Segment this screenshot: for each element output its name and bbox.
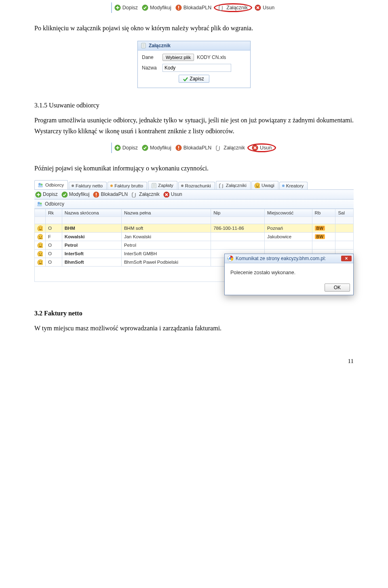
cell-rk: O	[46, 249, 62, 258]
action-zalacznik[interactable]: Załącznik	[131, 191, 160, 197]
users-icon	[37, 182, 44, 188]
tab-uwagi[interactable]: Uwagi	[251, 181, 278, 189]
tab-kreatory-label: Kreatory	[286, 183, 304, 188]
tab-faktury-brutto-label: Faktury brutto	[114, 183, 143, 188]
col-rk: Rk	[46, 209, 62, 216]
plus-icon	[114, 145, 121, 151]
tab-faktury-netto-label: Faktury netto	[76, 183, 103, 188]
table-row[interactable]: OBHMBHM soft786-100-11-86PoznańBW	[35, 224, 354, 232]
app-screenshot: Odbiorcy Faktury netto Faktury brutto Za…	[34, 179, 354, 295]
tab-rozrachunki[interactable]: Rozrachunki	[178, 182, 215, 189]
cell-rb: BW	[312, 232, 335, 241]
cell-rk: O	[46, 241, 62, 249]
zalacznik-dialog: Załącznik Dane Wybierz plik KODY CN.xls …	[137, 41, 251, 88]
cell-miejscowosc: Poznań	[265, 224, 312, 232]
table-row[interactable]: FKowalskiJan KowalskiJakubowiceBW	[35, 232, 354, 241]
row-icon	[35, 249, 46, 258]
alert-title-text: Komunikat ze strony eakcyzy.bhm.com.pl:	[236, 256, 326, 261]
row-icon	[35, 232, 46, 241]
bang-icon	[175, 145, 182, 151]
action-zalacznik-label: Załącznik	[139, 191, 160, 197]
toolbar-mid-zalacznik-label: Załącznik	[224, 145, 245, 151]
x-icon	[252, 145, 258, 151]
toolbar-top-zalacznik[interactable]: Załącznik	[218, 4, 248, 11]
alert-close-button[interactable]: ×	[341, 256, 352, 261]
cell-nip	[211, 241, 265, 249]
toolbar-mid-blokada[interactable]: BlokadaPLN	[175, 145, 212, 151]
tab-faktury-brutto[interactable]: Faktury brutto	[108, 182, 147, 189]
action-modyfikuj[interactable]: Modyfikuj	[61, 191, 90, 197]
cell-nazwa-skr: Kowalski	[62, 232, 121, 241]
page-icon	[151, 183, 156, 188]
toolbar-top-usun-label: Usun	[263, 5, 274, 10]
table-header-row: Rk Nazwa skrócona Nazwa pełna Nip Miejsc…	[35, 209, 354, 216]
nazwa-input[interactable]	[162, 64, 231, 72]
bang-icon	[93, 191, 99, 197]
table-filter-row[interactable]	[35, 216, 354, 224]
check-icon	[142, 145, 148, 151]
col-nazwa-pelna: Nazwa pełna	[121, 209, 211, 216]
tab-zaplaty-label: Zapłaty	[158, 183, 173, 188]
cell-rb: BW	[312, 224, 335, 232]
toolbar-top-dopisz[interactable]: Dopisz	[114, 4, 138, 11]
action-blokada[interactable]: BlokadaPLN	[93, 191, 128, 197]
col-miejscowosc: Miejscowość	[265, 209, 312, 216]
users-icon	[36, 201, 43, 207]
choose-file-button[interactable]: Wybierz plik	[162, 54, 194, 61]
cell-nazwa-skr: BHM	[62, 224, 121, 232]
section-315-head: 3.1.5 Usuwanie odbiorcy	[34, 102, 354, 109]
panel-title-text: Odbiorcy	[45, 201, 64, 207]
paperclip-icon	[219, 183, 224, 188]
dot-icon	[110, 185, 113, 187]
alert-dialog: Komunikat ze strony eakcyzy.bhm.com.pl: …	[224, 254, 354, 295]
action-dopisz[interactable]: Dopisz	[35, 191, 58, 197]
toolbar-mid-modyfikuj[interactable]: Modyfikuj	[142, 145, 171, 151]
toolbar-top-blokada-label: BlokadaPLN	[183, 5, 212, 10]
action-usun[interactable]: Usun	[163, 191, 182, 197]
tab-kreatory[interactable]: Kreatory	[279, 182, 308, 189]
zapisz-button[interactable]: Zapisz	[179, 75, 209, 83]
col-rb: Rb	[312, 209, 335, 216]
alert-ok-button[interactable]: OK	[325, 284, 350, 292]
action-dopisz-label: Dopisz	[43, 191, 58, 197]
tab-faktury-netto[interactable]: Faktury netto	[69, 182, 107, 189]
cell-nazwa-pelna: BhmSoft Paweł Podbielski	[121, 258, 211, 266]
cell-rb	[312, 241, 335, 249]
col-nazwa-skr: Nazwa skrócona	[62, 209, 121, 216]
table-row[interactable]: OPetrolPetrol	[35, 241, 354, 249]
tab-odbiorcy[interactable]: Odbiorcy	[34, 180, 68, 189]
tab-zaplaty[interactable]: Zapłaty	[148, 181, 177, 189]
toolbar-mid-zalacznik[interactable]: Załącznik	[215, 145, 245, 151]
tab-zalaczniki[interactable]: Załączniki	[216, 181, 251, 189]
dot-icon	[282, 185, 285, 187]
toolbar-top-modyfikuj[interactable]: Modyfikuj	[142, 4, 171, 11]
cell-nazwa-skr: InterSoft	[62, 249, 121, 258]
toolbar-mid-usun[interactable]: Usun	[252, 145, 272, 151]
toolbar-top: Dopisz Modyfikuj BlokadaPLN Załącznik Us…	[111, 2, 277, 13]
tab-uwagi-label: Uwagi	[261, 183, 274, 188]
circled-usun: Usun	[247, 143, 276, 152]
x-icon	[255, 4, 261, 11]
bang-icon	[175, 4, 182, 11]
cell-nip	[211, 232, 265, 241]
tab-odbiorcy-label: Odbiorcy	[45, 183, 64, 187]
toolbar-top-dopisz-label: Dopisz	[122, 5, 138, 10]
cell-rk: O	[46, 224, 62, 232]
chrome-icon	[227, 255, 234, 262]
chosen-file-name: KODY CN.xls	[197, 55, 226, 60]
circled-zalacznik: Załącznik	[214, 3, 252, 12]
cell-sal	[335, 224, 354, 232]
plus-icon	[35, 191, 41, 197]
toolbar-top-usun[interactable]: Usun	[255, 4, 274, 11]
toolbar-mid-dopisz[interactable]: Dopisz	[114, 145, 138, 151]
toolbar-mid-modyfikuj-label: Modyfikuj	[150, 145, 171, 151]
toolbar-mid: Dopisz Modyfikuj BlokadaPLN Załącznik Us…	[111, 143, 277, 153]
tab-zalaczniki-label: Załączniki	[226, 183, 247, 188]
paragraph-3: Później pojawi się komunikat informujący…	[34, 163, 354, 174]
toolbar-top-blokada[interactable]: BlokadaPLN	[175, 4, 212, 11]
plus-icon	[114, 4, 121, 11]
cell-nazwa-pelna: Jan Kowalski	[121, 232, 211, 241]
cell-nazwa-skr: Petrol	[62, 241, 121, 249]
cell-nazwa-pelna: Petrol	[121, 241, 211, 249]
cell-sal	[335, 232, 354, 241]
